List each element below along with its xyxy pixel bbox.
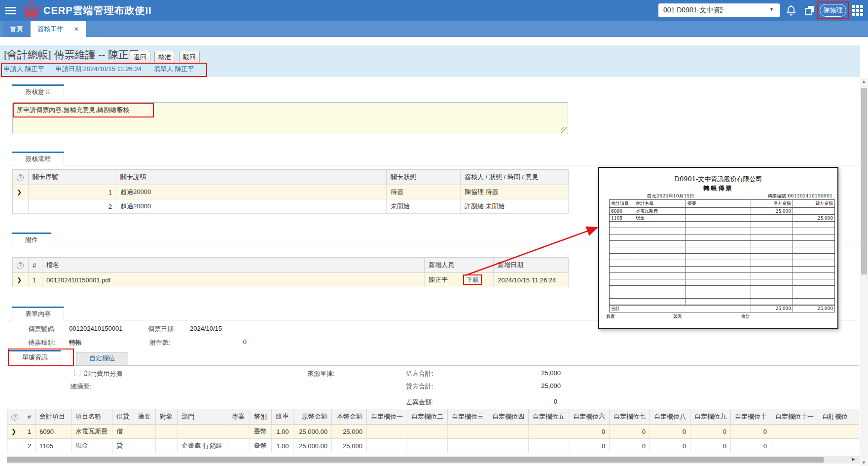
- cell: [686, 222, 751, 228]
- approval-flow-table: ? 關卡序號 關卡說明 關卡狀態 簽核人 / 狀態 / 時間 / 意見 ❯ 1 …: [12, 169, 569, 214]
- cell: [634, 292, 686, 299]
- cell: [610, 222, 634, 228]
- cell: [686, 299, 751, 305]
- sign-label: 製表: [673, 313, 682, 320]
- approval-flow-row[interactable]: ❯ 1 超過20000 待簽 陳協理 待簽: [13, 185, 569, 199]
- cell-filename: 001202410150001.pdf: [42, 273, 425, 287]
- menu-icon[interactable]: [5, 5, 17, 15]
- close-tab-icon[interactable]: ✕: [74, 26, 79, 33]
- expand-arrow-icon[interactable]: ❯: [7, 425, 23, 439]
- col-header: 會計項目: [610, 200, 634, 208]
- preview-empty-row: [610, 286, 835, 292]
- cell: 0: [650, 439, 690, 453]
- cell: [528, 425, 569, 439]
- approval-flow-row[interactable]: 2 超過20000 未開始 許副總 未開始: [13, 199, 569, 214]
- scroll-right-icon[interactable]: ▶: [852, 457, 855, 462]
- cell: 0: [650, 425, 690, 439]
- tab-document-info[interactable]: 單據資訊: [9, 350, 61, 366]
- attachment-row[interactable]: ❯ 1 001202410150001.pdf 陳正平 下載 2024/10/1…: [13, 273, 569, 287]
- credit-total-value: 25,000: [502, 382, 561, 389]
- cell: [447, 425, 488, 439]
- tab-home[interactable]: 首頁: [3, 21, 30, 37]
- table-header-row: ?#會計項目項目名稱借貸摘要對象部門專案幣別匯率原幣金額本幣金額自定欄位一自定欄…: [7, 409, 859, 425]
- cell: [610, 247, 634, 254]
- expand-arrow-icon[interactable]: ❯: [13, 273, 29, 287]
- cell: [634, 241, 686, 247]
- total-label: 合計: [610, 305, 751, 312]
- cell: 25,000: [331, 439, 366, 453]
- col-header: 檔名: [42, 258, 425, 273]
- line-item-row[interactable]: ❯16090水電瓦斯費借臺幣1.0025,000.0025,00000000: [7, 425, 859, 439]
- window-switch-icon[interactable]: [804, 4, 816, 16]
- cell: 25,000.00: [293, 439, 331, 453]
- cell: [610, 267, 634, 273]
- col-header: #: [23, 409, 35, 425]
- col-header: 自定欄位七: [609, 409, 650, 425]
- resize-handle[interactable]: [561, 127, 567, 133]
- tab-custom-fields[interactable]: 自定欄位: [76, 352, 128, 365]
- cell: [634, 234, 686, 241]
- cell: [793, 208, 835, 215]
- reject-button[interactable]: 駁回: [179, 51, 200, 63]
- apps-grid-icon[interactable]: [852, 5, 864, 16]
- cell-status: 未開始: [387, 199, 461, 214]
- download-link[interactable]: 下載: [463, 274, 482, 285]
- col-header: 自定欄位四: [488, 409, 528, 425]
- vertical-scrollbar[interactable]: ▲ ▼: [860, 78, 868, 466]
- col-header: 專案: [228, 409, 250, 425]
- company-selector[interactable]: 001 D0901-文中資訊股份有限公司 ▼: [658, 3, 780, 17]
- diff-amount-value: 0: [498, 398, 557, 405]
- line-item-row[interactable]: 21105現金貸企畫處-行銷組臺幣1.0025,000.0025,0000000…: [7, 439, 859, 453]
- cell: [228, 439, 250, 453]
- cell: 1.00: [272, 425, 293, 439]
- hscroll-thumb[interactable]: [7, 457, 824, 463]
- cell: [366, 439, 407, 453]
- preview-empty-row: [610, 254, 835, 260]
- horizontal-scrollbar[interactable]: ▶: [7, 456, 860, 464]
- expand-arrow-icon[interactable]: [7, 439, 23, 453]
- cell: [771, 439, 818, 453]
- cell: 6090: [610, 208, 634, 215]
- col-header: 對象: [155, 409, 177, 425]
- cell: [610, 254, 634, 260]
- tab-approval-work[interactable]: 簽核工作 ✕: [31, 21, 86, 37]
- tab-attachments[interactable]: 附件: [12, 233, 51, 246]
- preview-company: D0901-文中資訊股份有限公司: [599, 175, 837, 184]
- cell: [751, 254, 793, 260]
- cell: [407, 439, 447, 453]
- col-header: 匯率: [272, 409, 293, 425]
- tab-approval-flow[interactable]: 簽核流程: [12, 152, 64, 165]
- cell: [793, 254, 835, 260]
- expand-arrow-icon[interactable]: ❯: [13, 185, 29, 199]
- col-header: 新增人員: [425, 258, 459, 273]
- approval-comment-input[interactable]: 所申請傳票內容,無補充意見,轉副總審核: [12, 102, 568, 134]
- cell: [686, 286, 751, 292]
- cell: [686, 247, 751, 254]
- cell: [818, 439, 859, 453]
- help-icon: ?: [17, 262, 24, 269]
- tab-form-content[interactable]: 表單內容: [12, 307, 64, 320]
- vscroll-thumb[interactable]: [861, 88, 867, 274]
- company-selector-value: 001 D0901-文中資訊股份有限公司: [663, 6, 723, 15]
- cell: 2: [23, 439, 35, 453]
- tab-approval-comment[interactable]: 簽核意見: [12, 84, 64, 98]
- cell: [686, 267, 751, 273]
- cell: [528, 439, 569, 453]
- scroll-up-icon[interactable]: ▲: [862, 79, 866, 84]
- user-badge[interactable]: 陳協理: [820, 4, 846, 17]
- voucher-date-value: 2024/10/15: [190, 325, 222, 332]
- cell: 0: [690, 439, 730, 453]
- dept-share-checkbox[interactable]: [74, 370, 80, 376]
- cerp-logo-icon: [23, 1, 40, 19]
- voucher-no-value: 001202410150001: [69, 325, 122, 332]
- cell: [488, 425, 528, 439]
- help-icon: ?: [11, 414, 18, 421]
- expand-arrow-icon[interactable]: [13, 199, 29, 214]
- back-button[interactable]: 返回: [130, 51, 150, 63]
- notifications-bell-icon[interactable]: [785, 4, 797, 16]
- cell-desc: 超過20000: [116, 185, 387, 199]
- cell: [610, 241, 634, 247]
- scroll-down-icon[interactable]: ▼: [862, 460, 866, 465]
- approve-button[interactable]: 核准: [154, 51, 175, 63]
- col-header: 簽核人 / 狀態 / 時間 / 意見: [461, 170, 569, 185]
